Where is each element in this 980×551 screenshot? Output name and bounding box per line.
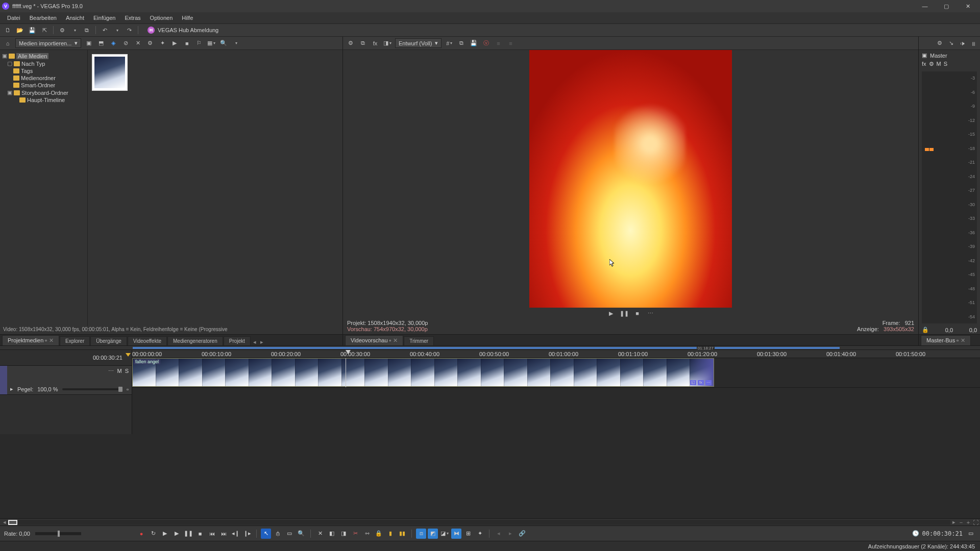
- layout-button[interactable]: ▭: [966, 529, 976, 539]
- playhead-line[interactable]: [346, 358, 346, 387]
- timeline-hscroll[interactable]: ◂ ▸ − + ⛶: [0, 518, 980, 525]
- capture-icon[interactable]: ▣: [84, 39, 93, 48]
- scrollbar-thumb[interactable]: [8, 520, 17, 525]
- next-frame-button[interactable]: ❙▸: [242, 529, 252, 539]
- collapse-icon[interactable]: ▣: [7, 89, 12, 96]
- redo-icon[interactable]: ↷: [125, 26, 134, 35]
- link-button[interactable]: 🔗: [517, 529, 527, 539]
- prev-frame-button[interactable]: ◂❙: [230, 529, 240, 539]
- split-icon[interactable]: ◨: [383, 39, 392, 48]
- save-snapshot-icon[interactable]: 💾: [469, 39, 478, 48]
- hub-button[interactable]: H VEGAS Hub Abmeldung: [148, 27, 218, 34]
- copy-icon[interactable]: ⧉: [82, 26, 91, 35]
- tab-trimmer[interactable]: Trimmer: [404, 336, 434, 345]
- solo-button[interactable]: S: [125, 368, 129, 374]
- props-icon[interactable]: ⚙: [145, 39, 155, 48]
- view-dropdown-icon[interactable]: ▦: [207, 39, 216, 48]
- keyframe-icon[interactable]: ▫: [127, 386, 129, 392]
- video-icon[interactable]: ⓥ: [481, 39, 491, 48]
- playhead-indicator-icon[interactable]: [346, 350, 351, 354]
- tree-root[interactable]: Alle Medien: [16, 53, 48, 59]
- lock-icon[interactable]: 🔒: [922, 327, 929, 333]
- tree-item[interactable]: Storyboard-Ordner: [21, 90, 68, 96]
- auto-ripple-button[interactable]: ◩: [428, 529, 438, 539]
- tab-projekt[interactable]: Projekt: [224, 336, 251, 345]
- go-start-button[interactable]: ⏮: [207, 529, 217, 539]
- master-meter[interactable]: -3-6-9 -12-15-18 -21-24-27 -30-33-36 -39…: [922, 71, 977, 323]
- open-icon[interactable]: 📂: [15, 26, 24, 35]
- search-dropdown-icon[interactable]: [231, 39, 240, 48]
- copy-snapshot-icon[interactable]: ⧉: [457, 39, 466, 48]
- render-icon[interactable]: ⇱: [40, 26, 49, 35]
- loop-button[interactable]: ↻: [148, 529, 158, 539]
- dim-icon[interactable]: ↘: [946, 39, 955, 48]
- collapse-icon[interactable]: ▣: [2, 53, 7, 59]
- next-edit-button[interactable]: ▸: [505, 529, 516, 539]
- mute-button[interactable]: M: [117, 368, 121, 374]
- search-icon[interactable]: 🔍: [219, 39, 228, 48]
- color1-icon[interactable]: ◈: [109, 39, 118, 48]
- properties-dropdown-icon[interactable]: [70, 26, 79, 35]
- quality-dropdown[interactable]: Entwurf (Voll)▾: [395, 38, 442, 48]
- settings-icon[interactable]: ⚙: [346, 39, 355, 48]
- clip-more-icon[interactable]: ⋯: [705, 380, 712, 385]
- loop-region[interactable]: [133, 347, 840, 349]
- go-end-button[interactable]: ⏭: [218, 529, 229, 539]
- video-track-lane[interactable]: fallen angel ◱ fx ⋯: [132, 358, 980, 388]
- expand-icon[interactable]: ▢: [7, 60, 12, 67]
- tab-videoeffekte[interactable]: Videoeffekte: [128, 336, 167, 345]
- remove-icon[interactable]: ⊘: [121, 39, 130, 48]
- close-button[interactable]: ✕: [958, 1, 978, 12]
- menu-datei[interactable]: Datei: [3, 14, 24, 22]
- normal-edit-tool[interactable]: ↖: [261, 529, 271, 539]
- pause-button[interactable]: ❚❚: [183, 529, 193, 539]
- menu-extras[interactable]: Extras: [120, 14, 144, 22]
- import-dropdown[interactable]: Medien importieren... ▾: [15, 38, 81, 48]
- tree-item[interactable]: Haupt-Timeline: [27, 97, 65, 103]
- pause-icon[interactable]: ❚❚: [620, 309, 629, 318]
- play-icon[interactable]: ▶: [606, 309, 616, 318]
- transport-timecode[interactable]: 00:00:30:21: [922, 530, 963, 537]
- stop-icon[interactable]: ■: [182, 39, 191, 48]
- get-media-icon[interactable]: ⬒: [96, 39, 106, 48]
- delete-icon[interactable]: ✕: [133, 39, 142, 48]
- fx-button[interactable]: fx: [922, 61, 926, 67]
- more-icon[interactable]: ≡: [506, 39, 515, 48]
- faders-icon[interactable]: ⫼: [969, 39, 978, 48]
- zoom-selection-icon[interactable]: ⛶: [972, 519, 979, 525]
- clip-pan-icon[interactable]: ◱: [690, 380, 696, 385]
- save-icon[interactable]: 💾: [28, 26, 37, 35]
- output-fx-icon[interactable]: fx: [371, 39, 380, 48]
- zoom-in-icon[interactable]: +: [965, 519, 972, 525]
- play-icon[interactable]: ▶: [170, 39, 179, 48]
- prev-edit-button[interactable]: ◂: [494, 529, 504, 539]
- menu-optionen[interactable]: Optionen: [146, 14, 177, 22]
- gear-icon[interactable]: ⚙: [935, 39, 944, 48]
- selection-tool[interactable]: ▭: [284, 529, 295, 539]
- tab-mediengeneratoren[interactable]: Mediengeneratoren: [167, 336, 223, 345]
- snap-button[interactable]: ⧈: [416, 529, 426, 539]
- trim-start-button[interactable]: ◧: [327, 529, 337, 539]
- level-slider[interactable]: [62, 388, 123, 390]
- play-button[interactable]: ▶: [172, 529, 182, 539]
- timeline-region-bar[interactable]: 01:18:27: [0, 346, 980, 350]
- menu-bearbeiten[interactable]: Bearbeiten: [26, 14, 61, 22]
- undo-dropdown-icon[interactable]: [112, 26, 121, 35]
- video-track-header[interactable]: ⋯ M S ▸ Pegel: 100,0 % ▫: [0, 365, 132, 395]
- preview-viewport[interactable]: [343, 50, 918, 308]
- adjust-icon[interactable]: ≡: [494, 39, 503, 48]
- automation-icon[interactable]: ⚙: [929, 61, 934, 67]
- envelope-tool[interactable]: ⫛: [273, 529, 283, 539]
- lock-button[interactable]: 🔒: [374, 529, 384, 539]
- menu-einfuegen[interactable]: Einfügen: [89, 14, 119, 22]
- tab-explorer[interactable]: Explorer: [60, 336, 90, 345]
- menu-hilfe[interactable]: Hilfe: [178, 14, 197, 22]
- stop-icon[interactable]: ■: [633, 309, 642, 318]
- marker-button[interactable]: ▮: [385, 529, 396, 539]
- play-start-button[interactable]: ▶: [160, 529, 170, 539]
- track-handle[interactable]: [0, 366, 7, 394]
- tab-projektmedien[interactable]: Projektmedien ▫✕: [2, 335, 59, 345]
- tab-videovorschau[interactable]: Videovorschau ▫✕: [345, 335, 403, 345]
- track-icon[interactable]: ▸: [10, 386, 13, 392]
- close-tab-icon[interactable]: ✕: [961, 337, 965, 343]
